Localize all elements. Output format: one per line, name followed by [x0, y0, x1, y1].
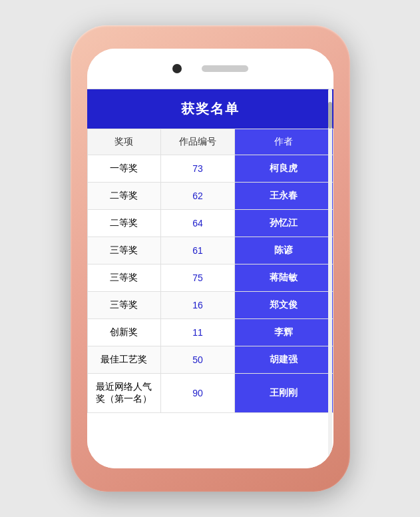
author-cell: 王永春 [234, 183, 333, 210]
col-header-author: 作者 [234, 129, 333, 155]
scrollbar-thumb[interactable] [328, 102, 332, 129]
table-row: 三等奖16郑文俊 [87, 292, 333, 319]
author-cell: 蒋陆敏 [234, 264, 333, 292]
prize-cell: 二等奖 [87, 210, 161, 237]
author-cell: 孙忆江 [234, 210, 333, 237]
phone-bottom-bar [87, 435, 333, 468]
id-cell: 16 [161, 292, 235, 319]
speaker [202, 65, 248, 72]
table-row: 最近网络人气奖（第一名）90王刚刚 [87, 374, 333, 413]
table-title: 获奖名单 [87, 89, 333, 129]
id-cell: 73 [161, 155, 235, 183]
col-header-prize: 奖项 [87, 129, 161, 155]
prize-cell: 最佳工艺奖 [87, 346, 161, 374]
table-row: 二等奖62王永春 [87, 183, 333, 210]
table-row: 三等奖75蒋陆敏 [87, 264, 333, 292]
id-cell: 11 [161, 319, 235, 346]
awards-table: 奖项 作品编号 作者 一等奖73柯良虎二等奖62王永春二等奖64孙忆江三等奖61… [87, 129, 333, 413]
prize-cell: 一等奖 [87, 155, 161, 183]
phone-top-bar [87, 49, 333, 89]
id-cell: 50 [161, 346, 235, 374]
id-cell: 61 [161, 237, 235, 264]
prize-cell: 三等奖 [87, 237, 161, 264]
phone-body: 获奖名单 奖项 作品编号 作者 一等奖73柯良虎二等奖62王永春二等奖64孙忆江… [87, 49, 333, 468]
prize-cell: 三等奖 [87, 264, 161, 292]
author-cell: 陈谚 [234, 237, 333, 264]
author-cell: 柯良虎 [234, 155, 333, 183]
table-row: 一等奖73柯良虎 [87, 155, 333, 183]
author-cell: 胡建强 [234, 346, 333, 374]
author-cell: 郑文俊 [234, 292, 333, 319]
table-row: 创新奖11李辉 [87, 319, 333, 346]
author-cell: 李辉 [234, 319, 333, 346]
id-cell: 90 [161, 374, 235, 413]
screen-area: 获奖名单 奖项 作品编号 作者 一等奖73柯良虎二等奖62王永春二等奖64孙忆江… [87, 89, 333, 435]
table-row: 三等奖61陈谚 [87, 237, 333, 264]
id-cell: 64 [161, 210, 235, 237]
col-header-id: 作品编号 [161, 129, 235, 155]
prize-cell: 创新奖 [87, 319, 161, 346]
author-cell: 王刚刚 [234, 374, 333, 413]
table-row: 二等奖64孙忆江 [87, 210, 333, 237]
camera [172, 64, 182, 73]
prize-cell: 最近网络人气奖（第一名） [87, 374, 161, 413]
phone-frame: 获奖名单 奖项 作品编号 作者 一等奖73柯良虎二等奖62王永春二等奖64孙忆江… [71, 25, 350, 492]
prize-cell: 三等奖 [87, 292, 161, 319]
scrollbar-track [328, 89, 332, 468]
table-row: 最佳工艺奖50胡建强 [87, 346, 333, 374]
prize-cell: 二等奖 [87, 183, 161, 210]
id-cell: 62 [161, 183, 235, 210]
id-cell: 75 [161, 264, 235, 292]
